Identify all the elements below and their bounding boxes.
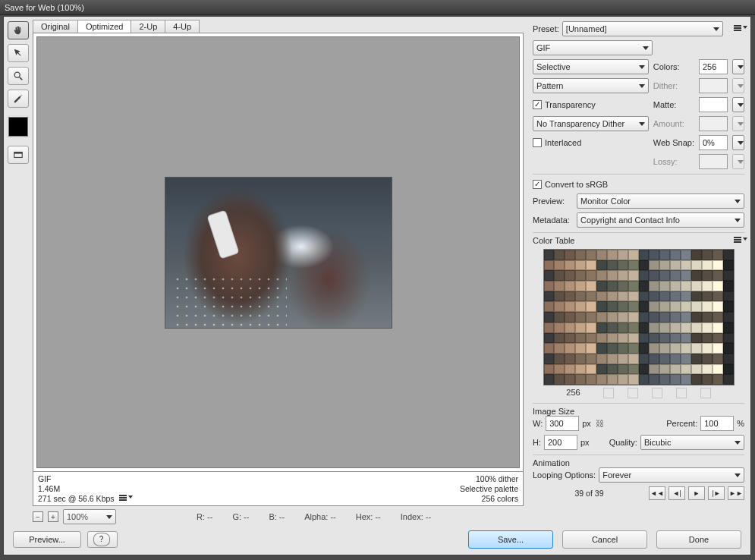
info-format: GIF xyxy=(38,474,130,483)
info-colors: 256 colors xyxy=(482,494,518,503)
eyedropper-tool[interactable] xyxy=(8,90,29,108)
window-title: Save for Web (100%) xyxy=(5,3,84,12)
metadata-select[interactable]: Copyright and Contact Info xyxy=(577,212,744,228)
width-field[interactable]: 300 xyxy=(546,416,579,431)
matte-swatch[interactable] xyxy=(699,97,728,112)
toggle-slices-visibility[interactable] xyxy=(8,146,29,164)
preview-select-label: Preview: xyxy=(533,197,574,206)
window-titlebar: Save for Web (100%) xyxy=(0,0,755,15)
preview-button-label: Preview... xyxy=(29,532,65,547)
preset-value: [Unnamed] xyxy=(566,24,607,33)
animation-title: Animation xyxy=(533,458,744,467)
browser-preview-button[interactable]: ? xyxy=(87,531,118,548)
tab-optimized[interactable]: Optimized xyxy=(77,20,132,33)
ct-btn-transparent-icon[interactable] xyxy=(628,388,638,398)
ct-btn-delete-icon[interactable] xyxy=(700,388,711,398)
preview-button[interactable]: Preview... xyxy=(13,531,81,548)
amount-label: Amount: xyxy=(653,119,694,128)
prev-frame-button[interactable]: ◄| xyxy=(668,486,685,500)
convert-srgb-label: Convert to sRGB xyxy=(545,180,608,189)
svg-point-0 xyxy=(14,72,20,77)
preset-select[interactable]: [Unnamed] xyxy=(562,21,723,36)
height-label: H: xyxy=(533,438,541,447)
dither-method-select[interactable]: Pattern xyxy=(533,78,649,93)
zoom-select[interactable]: 100% xyxy=(63,509,116,524)
width-unit: px xyxy=(582,419,591,428)
tab-2up[interactable]: 2-Up xyxy=(131,20,165,33)
preview-select[interactable]: Monitor Color xyxy=(577,193,744,209)
color-table-flyout-menu-icon[interactable] xyxy=(734,237,744,244)
percent-field[interactable]: 100 xyxy=(700,416,734,431)
percent-unit: % xyxy=(737,419,744,428)
colors-stepper[interactable] xyxy=(732,59,744,74)
transparency-checkbox[interactable]: ✓Transparency xyxy=(533,100,649,109)
ct-btn-new-icon[interactable] xyxy=(676,388,687,398)
height-unit: px xyxy=(580,438,590,447)
browser-preview-icon: ? xyxy=(93,533,110,546)
color-reduction-select[interactable]: Selective xyxy=(533,59,649,74)
image-size-title: Image Size xyxy=(533,407,744,416)
dither-stepper xyxy=(732,78,744,93)
info-time: 271 sec @ 56.6 Kbps xyxy=(38,494,115,503)
readout-index: Index: -- xyxy=(401,512,431,521)
tool-column xyxy=(4,17,33,524)
readout-alpha: Alpha: -- xyxy=(304,512,336,521)
color-table-count: 256 xyxy=(566,388,580,398)
metadata-select-label: Metadata: xyxy=(533,216,574,225)
done-button[interactable]: Done xyxy=(656,530,741,549)
done-button-label: Done xyxy=(689,532,709,547)
play-button[interactable]: ► xyxy=(688,486,705,500)
svg-rect-3 xyxy=(14,153,23,154)
looping-value: Forever xyxy=(602,470,631,480)
websnap-stepper[interactable] xyxy=(732,135,744,150)
transparency-dither-select[interactable]: No Transparency Dither xyxy=(533,116,649,131)
readout-g: G: -- xyxy=(232,512,249,521)
height-value: 200 xyxy=(548,438,562,447)
ct-btn-lock-icon[interactable] xyxy=(652,388,662,398)
zoom-in-button[interactable]: + xyxy=(48,511,58,522)
cancel-button[interactable]: Cancel xyxy=(562,530,647,549)
readout-r: R: -- xyxy=(197,512,212,521)
download-rate-menu-icon[interactable] xyxy=(119,495,130,502)
quality-select[interactable]: Bicubic xyxy=(640,435,744,450)
info-size: 1.46M xyxy=(38,484,130,493)
next-frame-button[interactable]: |► xyxy=(708,486,725,500)
lossy-field xyxy=(699,154,728,169)
looping-select[interactable]: Forever xyxy=(599,467,744,483)
save-button[interactable]: Save... xyxy=(468,530,553,549)
tab-4up[interactable]: 4-Up xyxy=(165,20,200,33)
convert-srgb-checkbox[interactable]: ✓Convert to sRGB xyxy=(533,180,608,189)
readout-hex: Hex: -- xyxy=(356,512,381,521)
matte-label: Matte: xyxy=(653,100,694,109)
info-palette: Selective palette xyxy=(460,484,518,493)
websnap-field[interactable]: 0% xyxy=(699,135,728,150)
hand-tool[interactable] xyxy=(8,21,29,39)
preview-infobar: GIF 1.46M 271 sec @ 56.6 Kbps 100% dithe… xyxy=(33,472,524,506)
last-frame-button[interactable]: ►► xyxy=(728,486,744,500)
dither-method-value: Pattern xyxy=(536,81,563,90)
zoom-tool[interactable] xyxy=(8,67,29,85)
percent-label: Percent: xyxy=(666,419,697,428)
websnap-value: 0% xyxy=(703,138,715,147)
matte-picker[interactable] xyxy=(732,97,744,112)
height-field[interactable]: 200 xyxy=(544,435,577,450)
status-bar: − + 100% R: -- G: -- B: -- Alpha: -- Hex… xyxy=(33,506,524,524)
frame-counter: 39 of 39 xyxy=(533,489,646,498)
width-label: W: xyxy=(533,419,543,428)
tab-original[interactable]: Original xyxy=(33,20,78,33)
optimize-flyout-menu-icon[interactable] xyxy=(734,25,744,33)
eyedropper-color-swatch[interactable] xyxy=(8,117,28,137)
first-frame-button[interactable]: ◄◄ xyxy=(649,486,665,500)
metadata-select-value: Copyright and Contact Info xyxy=(580,216,680,225)
format-select[interactable]: GIF xyxy=(533,40,653,55)
slice-select-tool[interactable] xyxy=(8,44,29,62)
color-table[interactable] xyxy=(543,249,735,385)
info-dither: 100% dither xyxy=(476,474,518,483)
colors-field[interactable]: 256 xyxy=(699,59,728,74)
interlaced-checkbox[interactable]: Interlaced xyxy=(533,138,649,147)
ct-btn-websafe-icon[interactable] xyxy=(603,388,614,398)
zoom-out-button[interactable]: − xyxy=(33,511,43,522)
preview-image[interactable] xyxy=(165,177,392,329)
constrain-link-icon[interactable]: ⛓ xyxy=(596,419,604,428)
preview-canvas-area xyxy=(33,33,524,472)
